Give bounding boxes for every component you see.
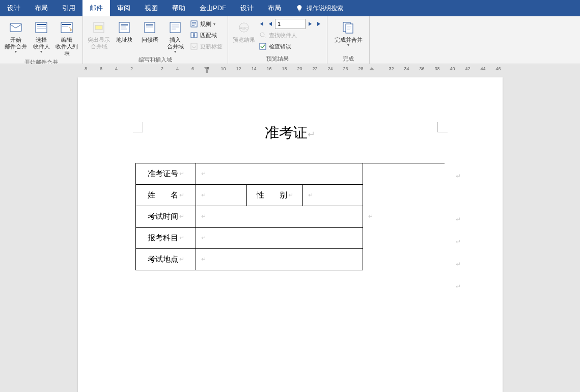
ruler-tick: 34 (404, 66, 410, 71)
tell-me-search[interactable]: 操作说明搜索 (288, 0, 350, 16)
chevron-down-icon: ▾ (40, 49, 42, 54)
group-write-insert-fields: 突出显示合并域 地址块 问候语 插入合并域 ▾ (83, 16, 228, 64)
select-recipients-button[interactable]: 选择收件人 ▾ (29, 18, 54, 55)
preview-label: 预览结果 (233, 37, 255, 43)
tab-review[interactable]: 审阅 (110, 0, 137, 16)
ruler-tick: 4 (114, 66, 120, 71)
svg-rect-18 (172, 24, 179, 25)
search-icon (259, 31, 267, 39)
ruler-tick: 46 (495, 66, 502, 71)
paragraph-mark-icon: ↵ (201, 213, 206, 220)
highlight-icon (91, 19, 107, 36)
tab-layout[interactable]: 布局 (27, 0, 55, 16)
tab-view[interactable]: 视图 (137, 0, 165, 16)
cell-label: 性 别 (257, 190, 287, 200)
svg-point-27 (260, 33, 264, 37)
prev-record-button[interactable] (266, 19, 275, 29)
ruler-tick: 6 (98, 66, 104, 71)
recipients-icon (33, 19, 49, 36)
insert-field-icon (167, 19, 183, 36)
record-number-input[interactable] (275, 19, 306, 29)
rules-button[interactable]: 规则 ▾ (188, 18, 225, 30)
ruler-tick: 8 (205, 66, 211, 71)
update-labels-label: 更新标签 (200, 43, 223, 50)
ruler-ticks: 8642246810121416182022242628323436384042… (78, 65, 503, 73)
start-mail-merge-button[interactable]: 开始邮件合并 ▾ (3, 18, 29, 55)
first-record-button[interactable] (257, 19, 266, 29)
address-block-label: 地址块 (116, 37, 133, 43)
paragraph-mark-icon: ↵ (455, 216, 461, 223)
ruler-tick: 2 (159, 66, 165, 71)
ribbon: 开始邮件合并 ▾ 选择收件人 ▾ 编辑收件人列表 开始邮件合并 (0, 16, 580, 64)
ruler-tick: 20 (297, 66, 303, 71)
last-record-button[interactable] (315, 19, 324, 29)
horizontal-ruler[interactable]: 8642246810121416182022242628323436384042… (0, 64, 580, 74)
ruler-tick: 4 (175, 66, 181, 71)
svg-rect-3 (37, 26, 46, 27)
greeting-line-button[interactable]: 问候语 (137, 18, 162, 44)
highlight-merge-fields-button: 突出显示合并域 (86, 18, 112, 51)
cell-label: 姓 名 (148, 190, 178, 200)
svg-rect-15 (146, 24, 153, 25)
tab-table-layout[interactable]: 布局 (261, 0, 288, 16)
find-recipient-label: 查找收件人 (269, 32, 297, 39)
preview-results-button: ABC 预览结果 (231, 18, 257, 44)
ruler-tick: 14 (251, 66, 257, 71)
ruler-tick: 2 (129, 66, 135, 71)
svg-rect-23 (195, 33, 197, 38)
svg-rect-24 (191, 43, 197, 49)
tab-mailings[interactable]: 邮件 (82, 0, 110, 16)
ruler-tick: 6 (190, 66, 196, 71)
group-label-preview: 预览结果 (266, 54, 289, 63)
svg-rect-6 (62, 24, 71, 25)
select-recipients-label: 选择收件人 (33, 37, 50, 50)
paragraph-mark-icon: ↵ (455, 173, 461, 180)
find-recipient-button: 查找收件人 (257, 30, 324, 41)
tab-help[interactable]: 帮助 (165, 0, 192, 16)
next-record-button[interactable] (306, 19, 315, 29)
page[interactable]: 准考证↵ 准考证号↵ ↵ ↵ 姓 名↵ ↵ 性 别↵ ↵ 考试时间↵ ↵ 报考科… (78, 77, 503, 392)
tab-design[interactable]: 设计 (0, 0, 27, 16)
paragraph-mark-icon: ↵ (179, 213, 184, 220)
ruler-tick: 42 (465, 66, 471, 71)
edit-recipient-list-button[interactable]: 编辑收件人列表 (54, 18, 79, 58)
mail-merge-icon (8, 19, 24, 36)
document-area[interactable]: 准考证↵ 准考证号↵ ↵ ↵ 姓 名↵ ↵ 性 别↵ ↵ 考试时间↵ ↵ 报考科… (0, 74, 580, 392)
insert-merge-field-button[interactable]: 插入合并域 ▾ (162, 18, 188, 55)
svg-rect-12 (121, 26, 126, 27)
table-row[interactable]: 准考证号↵ ↵ ↵ (136, 163, 445, 185)
group-label-finish: 完成 (343, 54, 354, 63)
svg-rect-16 (146, 26, 153, 27)
check-errors-label: 检查错误 (269, 43, 291, 50)
address-block-button[interactable]: 地址块 (112, 18, 137, 44)
paragraph-mark-icon: ↵ (179, 234, 184, 242)
chevron-down-icon: ▾ (347, 43, 349, 47)
paragraph-mark-icon: ↵ (288, 191, 293, 199)
finish-merge-button[interactable]: 完成并合并 ▾ (330, 18, 366, 48)
ruler-tick: 24 (327, 66, 334, 71)
update-labels-icon (190, 42, 198, 50)
rules-icon (190, 20, 198, 28)
paragraph-mark-icon: ↵ (368, 213, 373, 220)
indent-marker-right[interactable] (369, 65, 374, 73)
bulb-icon (295, 4, 303, 12)
start-mail-merge-label: 开始邮件合并 (5, 37, 27, 50)
greeting-label: 问候语 (142, 37, 158, 43)
ruler-tick: 28 (358, 66, 364, 71)
paragraph-mark-icon: ↵ (308, 191, 313, 199)
record-navigation (257, 18, 324, 30)
tab-references[interactable]: 引用 (55, 0, 82, 16)
check-errors-button[interactable]: 检查错误 (257, 41, 324, 52)
svg-rect-30 (346, 24, 353, 33)
admission-ticket-table[interactable]: 准考证号↵ ↵ ↵ 姓 名↵ ↵ 性 别↵ ↵ 考试时间↵ ↵ 报考科目↵ ↵ … (135, 163, 445, 270)
tab-pdf[interactable]: 金山PDF (192, 0, 233, 16)
paragraph-mark-icon: ↵ (455, 261, 461, 268)
match-label: 匹配域 (200, 32, 217, 39)
match-fields-button[interactable]: 匹配域 (188, 30, 225, 41)
ruler-tick: 12 (236, 66, 242, 71)
cell-label: 考试地点 (148, 255, 178, 264)
svg-rect-0 (10, 23, 21, 32)
group-start-mail-merge: 开始邮件合并 ▾ 选择收件人 ▾ 编辑收件人列表 开始邮件合并 (0, 16, 83, 64)
svg-rect-4 (37, 28, 46, 29)
tab-table-design[interactable]: 设计 (233, 0, 261, 16)
